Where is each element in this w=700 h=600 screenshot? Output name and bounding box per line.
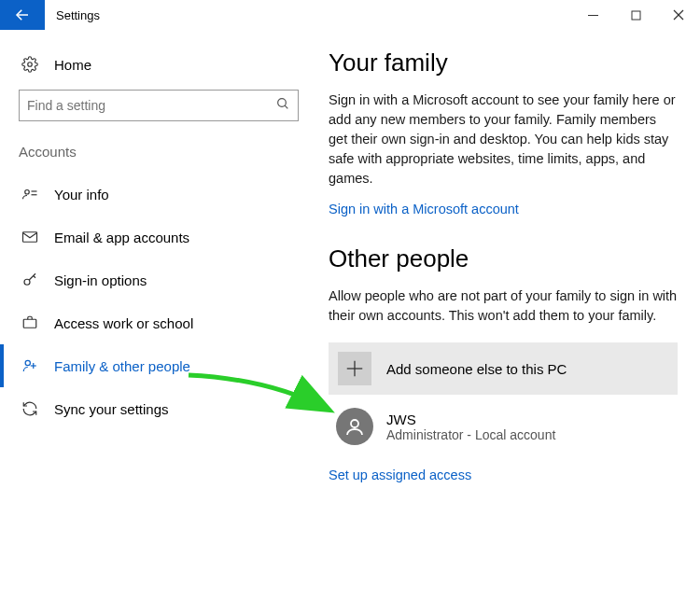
svg-rect-13	[23, 319, 36, 328]
add-someone-label: Add someone else to this PC	[386, 361, 567, 377]
arrow-left-icon	[14, 7, 31, 23]
briefcase-icon	[19, 314, 41, 331]
svg-point-8	[25, 190, 30, 195]
sidebar-item-label: Access work or school	[54, 315, 193, 331]
family-description: Sign in with a Microsoft account to see …	[329, 91, 678, 188]
window-title: Settings	[45, 0, 571, 30]
mail-icon	[19, 229, 41, 245]
main-content: Your family Sign in with a Microsoft acc…	[317, 30, 700, 600]
close-button[interactable]	[657, 0, 700, 30]
sidebar-item-label: Family & other people	[54, 358, 190, 374]
search-icon	[275, 96, 290, 115]
svg-point-5	[28, 63, 33, 67]
category-header: Accounts	[0, 138, 317, 173]
key-icon	[19, 272, 41, 288]
user-text: JWS Administrator - Local account	[386, 412, 555, 442]
home-link[interactable]: Home	[0, 49, 317, 86]
back-button[interactable]	[0, 0, 45, 30]
sidebar-item-label: Sign-in options	[54, 272, 147, 288]
search-box[interactable]	[19, 90, 299, 121]
sidebar-item-sync[interactable]: Sync your settings	[0, 387, 317, 430]
sidebar: Home Accounts Your info Email & app acco…	[0, 30, 317, 600]
person-icon	[343, 415, 366, 438]
sidebar-item-label: Email & app accounts	[54, 230, 189, 245]
family-heading: Your family	[329, 49, 678, 77]
window-controls	[571, 0, 700, 30]
maximize-button[interactable]	[614, 0, 657, 30]
search-input[interactable]	[27, 98, 275, 113]
signin-link[interactable]: Sign in with a Microsoft account	[329, 202, 678, 216]
sidebar-item-family[interactable]: Family & other people	[0, 344, 317, 387]
assigned-access-link[interactable]: Set up assigned access	[329, 467, 678, 482]
svg-line-7	[285, 105, 287, 108]
svg-point-12	[24, 279, 30, 285]
title-bar: Settings	[0, 0, 700, 30]
sync-icon	[19, 400, 41, 417]
sidebar-item-signin-options[interactable]: Sign-in options	[0, 258, 317, 301]
add-someone-button[interactable]: Add someone else to this PC	[329, 342, 678, 395]
other-heading: Other people	[329, 244, 678, 273]
svg-point-14	[25, 360, 30, 365]
person-card-icon	[19, 186, 41, 202]
plus-icon	[338, 352, 371, 385]
nav-list: Your info Email & app accounts Sign-in o…	[0, 173, 317, 430]
sidebar-item-label: Sync your settings	[54, 401, 169, 417]
user-row[interactable]: JWS Administrator - Local account	[329, 408, 678, 445]
home-label: Home	[54, 57, 91, 73]
people-plus-icon	[19, 357, 41, 374]
other-description: Allow people who are not part of your fa…	[329, 286, 678, 326]
gear-icon	[19, 56, 41, 73]
svg-point-6	[278, 99, 287, 107]
sidebar-item-label: Your info	[54, 187, 109, 202]
user-name: JWS	[386, 412, 555, 427]
user-role: Administrator - Local account	[386, 427, 555, 442]
svg-rect-2	[632, 11, 640, 20]
avatar	[336, 408, 373, 445]
sidebar-item-work-school[interactable]: Access work or school	[0, 301, 317, 344]
minimize-button[interactable]	[571, 0, 614, 30]
sidebar-item-email[interactable]: Email & app accounts	[0, 216, 317, 258]
svg-point-19	[351, 420, 358, 427]
sidebar-item-your-info[interactable]: Your info	[0, 173, 317, 216]
svg-rect-11	[23, 232, 37, 243]
